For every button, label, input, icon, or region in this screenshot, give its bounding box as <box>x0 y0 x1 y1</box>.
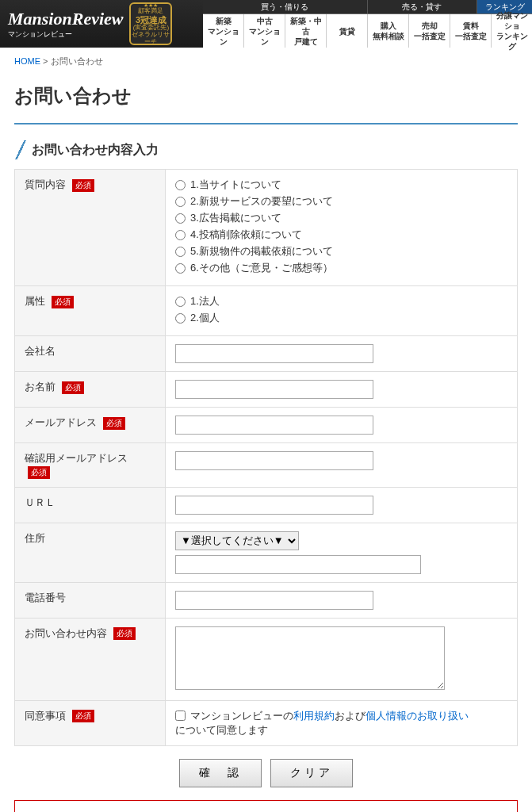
radio-input[interactable] <box>175 297 186 307</box>
nav-tab[interactable]: 賃料 一括査定 <box>450 14 491 48</box>
radio-input[interactable] <box>175 213 186 224</box>
label-email-confirm: 確認用メールアドレス 必須 <box>15 443 166 488</box>
required-badge: 必須 <box>72 710 94 722</box>
radio-option[interactable]: 2.新規サービスの要望について <box>175 194 507 209</box>
address-input[interactable] <box>175 555 421 574</box>
radio-input[interactable] <box>175 230 186 240</box>
logo[interactable]: MansionReview マンションレビュー <box>8 9 123 40</box>
field-attribute: 1.法人 2.個人 <box>166 286 518 336</box>
nav-cat-buy[interactable]: 買う・借りる <box>203 0 367 13</box>
radio-option[interactable]: 2.個人 <box>175 311 507 325</box>
label-attribute: 属性 必須 <box>15 286 166 336</box>
nav-tab[interactable]: 賃貸 <box>326 14 367 48</box>
nav-cat-sell[interactable]: 売る・貸す <box>367 0 477 13</box>
label-body: お問い合わせ内容 必須 <box>15 618 166 700</box>
section-title: お問い合わせ内容入力 <box>32 142 159 159</box>
badge-line: 顧客満足 <box>138 8 163 15</box>
required-badge: 必須 <box>113 627 136 640</box>
field-question-type: 1.当サイトについて 2.新規サービスの要望について 3.広告掲載について 4.… <box>166 170 518 286</box>
radio-option[interactable]: 6.その他（ご意見・ご感想等） <box>175 261 507 275</box>
nav-tabs: 新築 マンション 中古 マンション 新築・中古 戸建て 賃貸 購入 無料相談 売… <box>203 14 532 48</box>
address-select[interactable]: ▼選択してください▼ <box>175 531 299 550</box>
company-input[interactable] <box>175 344 373 363</box>
body-textarea[interactable] <box>175 626 445 690</box>
label-question-type: 質問内容 必須 <box>15 170 166 286</box>
required-badge: 必須 <box>62 381 84 394</box>
label-name: お名前 必須 <box>15 372 166 408</box>
form-buttons: 確 認 クリア <box>14 759 518 787</box>
label-address: 住所 <box>15 523 166 582</box>
required-badge: 必須 <box>103 417 125 430</box>
radio-option[interactable]: 1.当サイトについて <box>175 178 507 192</box>
nav-tab[interactable]: 中古 マンション <box>243 14 285 48</box>
breadcrumb-current: お問い合わせ <box>51 56 103 66</box>
logo-main: MansionReview <box>8 9 123 29</box>
radio-option[interactable]: 5.新規物件の掲載依頼について <box>175 244 507 259</box>
radio-input[interactable] <box>175 197 186 207</box>
nav-categories: 買う・借りる 売る・貸す ランキング <box>203 0 532 14</box>
confirm-button[interactable]: 確 認 <box>179 759 262 787</box>
email-confirm-input[interactable] <box>175 451 373 470</box>
radio-option[interactable]: 3.広告掲載について <box>175 211 507 225</box>
slash-icon <box>14 140 27 159</box>
badge-line: ゼネラルリサーチ <box>131 32 170 46</box>
label-company: 会社名 <box>15 336 166 372</box>
nav-tab[interactable]: 売却 一括査定 <box>408 14 450 48</box>
name-input[interactable] <box>175 380 373 399</box>
section-header: お問い合わせ内容入力 <box>14 140 518 159</box>
main-content: お問い合わせ お問い合わせ内容入力 質問内容 必須 1.当サイトについて 2.新… <box>0 83 532 812</box>
required-badge: 必須 <box>72 179 94 192</box>
url-input[interactable] <box>175 496 373 515</box>
nav-tab[interactable]: 分譲マンショ ランキング <box>491 14 532 48</box>
page-title: お問い合わせ <box>14 83 518 109</box>
required-badge: 必須 <box>52 296 74 308</box>
agree-checkbox[interactable] <box>175 710 186 721</box>
required-badge: 必須 <box>28 466 50 479</box>
radio-input[interactable] <box>175 313 186 324</box>
nav-tab[interactable]: 新築 マンション <box>203 14 243 48</box>
main-nav: 買う・借りる 売る・貸す ランキング 新築 マンション 中古 マンション 新築・… <box>203 0 532 48</box>
terms-link[interactable]: 利用規約 <box>293 709 335 723</box>
agree-row: マンションレビューの 利用規約 および 個人情報のお取り扱い について同意します <box>175 709 507 737</box>
radio-option[interactable]: 4.投稿削除依頼について <box>175 228 507 242</box>
notice-box: 【ご注意】 削除依頼された投稿は、当社にて確認し、必要な措置を行います。 削除依… <box>14 800 518 812</box>
title-divider <box>14 123 518 124</box>
nav-tab[interactable]: 新築・中古 戸建て <box>285 14 326 48</box>
breadcrumb-sep: > <box>43 56 48 66</box>
label-tel: 電話番号 <box>15 582 166 618</box>
radio-input[interactable] <box>175 247 186 257</box>
label-url: ＵＲＬ <box>15 487 166 523</box>
logo-sub: マンションレビュー <box>8 29 72 40</box>
breadcrumb: HOME > お問い合わせ <box>0 48 532 75</box>
privacy-link[interactable]: 個人情報のお取り扱い <box>366 709 469 723</box>
site-header: MansionReview マンションレビュー ★★★ 顧客満足 3冠達成 (実… <box>0 0 532 48</box>
clear-button[interactable]: クリア <box>270 759 353 787</box>
radio-input[interactable] <box>175 180 186 190</box>
inquiry-form: 質問内容 必須 1.当サイトについて 2.新規サービスの要望について 3.広告掲… <box>14 169 518 746</box>
award-badge: ★★★ 顧客満足 3冠達成 (実査委託先) ゼネラルリサーチ <box>129 2 172 45</box>
label-agree: 同意事項 必須 <box>15 700 166 745</box>
label-email: メールアドレス 必須 <box>15 408 166 443</box>
nav-tab[interactable]: 購入 無料相談 <box>367 14 408 48</box>
tel-input[interactable] <box>175 591 373 610</box>
radio-option[interactable]: 1.法人 <box>175 294 507 308</box>
radio-input[interactable] <box>175 263 186 274</box>
breadcrumb-home[interactable]: HOME <box>14 56 40 66</box>
email-input[interactable] <box>175 416 373 435</box>
